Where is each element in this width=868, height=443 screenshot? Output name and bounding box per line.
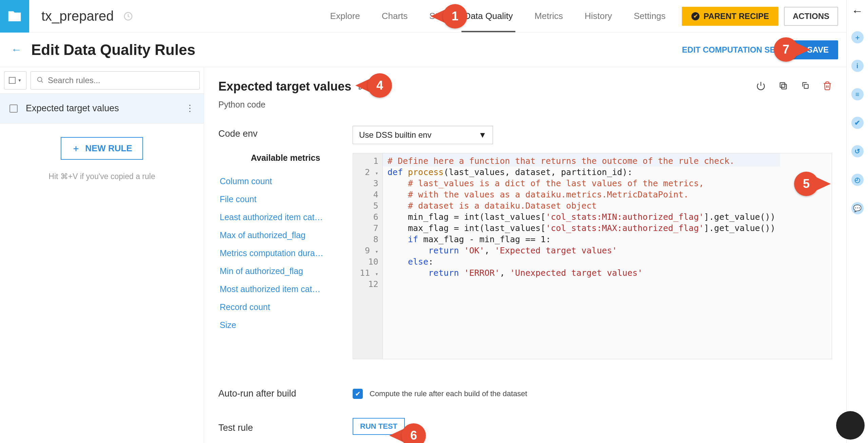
search-rules-input[interactable] <box>48 76 194 85</box>
rule-editor: Expected target values <box>204 67 846 443</box>
tab-data-quality[interactable]: Data Quality <box>464 0 513 32</box>
help-bubble[interactable] <box>836 411 865 440</box>
available-metric-item[interactable]: Max of authorized_flag <box>218 226 353 244</box>
tab-history[interactable]: History <box>585 0 612 32</box>
rail-history-icon[interactable]: ↺ <box>851 145 864 157</box>
rail-add-icon[interactable]: ＋ <box>851 31 864 43</box>
save-button[interactable]: SAVE <box>786 40 838 59</box>
copy-icon[interactable] <box>801 81 810 92</box>
tab-metrics[interactable]: Metrics <box>534 0 563 32</box>
code-env-value: Use DSS builtin env <box>359 130 431 140</box>
duplicate-icon[interactable] <box>778 81 788 92</box>
new-rule-button[interactable]: ＋ NEW RULE <box>61 137 143 160</box>
parent-recipe-button[interactable]: ✔ PARENT RECIPE <box>682 7 778 26</box>
available-metrics-title: Available metrics <box>218 153 353 163</box>
rule-checkbox[interactable] <box>9 104 18 113</box>
svg-point-1 <box>38 77 42 81</box>
page-title: Edit Data Quality Rules <box>31 41 195 58</box>
code-editor[interactable]: 12 ▾3456789 ▾1011 ▾12 # Define here a fu… <box>353 153 832 359</box>
actions-button[interactable]: ACTIONS <box>784 7 838 26</box>
available-metric-item[interactable]: Column count <box>218 172 353 190</box>
available-metric-item[interactable]: Metrics computation dura… <box>218 244 353 262</box>
select-all-dropdown[interactable]: ▼ <box>4 71 26 90</box>
available-metric-item[interactable]: Least authorized item cat… <box>218 208 353 226</box>
search-rules-wrap <box>31 71 200 90</box>
history-icon[interactable] <box>123 11 133 21</box>
parent-recipe-label: PARENT RECIPE <box>704 12 769 21</box>
code-env-select[interactable]: Use DSS builtin env ▼ <box>353 126 493 144</box>
dataset-tabs: Explore Charts Sta Data Quality Metrics … <box>330 0 666 32</box>
rail-info-icon[interactable]: i <box>851 60 864 72</box>
rule-item-menu-icon[interactable]: ⋮ <box>185 103 194 114</box>
tab-charts[interactable]: Charts <box>382 0 408 32</box>
dataset-type-icon[interactable] <box>0 0 29 33</box>
rail-chat-icon[interactable]: 💬 <box>851 202 864 214</box>
rail-check-icon[interactable]: ✔ <box>851 117 864 129</box>
available-metrics-panel: Available metrics Column countFile count… <box>218 153 353 334</box>
tab-settings[interactable]: Settings <box>634 0 666 32</box>
auto-run-label: Auto-run after build <box>218 388 353 399</box>
save-icon <box>795 45 803 55</box>
rule-item-label: Expected target values <box>26 103 177 114</box>
chevron-down-icon: ▼ <box>478 130 487 140</box>
right-rail: ← ＋ i ≡ ✔ ↺ ◴ 💬 <box>846 0 868 443</box>
check-icon: ✔ <box>691 12 699 20</box>
search-icon <box>36 76 44 85</box>
auto-run-desc: Compute the rule after each build of the… <box>370 389 527 398</box>
back-arrow-icon[interactable]: ← <box>11 43 22 56</box>
dataset-name: tx_prepared <box>41 8 114 24</box>
new-rule-label: NEW RULE <box>85 143 132 154</box>
save-label: SAVE <box>807 45 829 55</box>
rail-list-icon[interactable]: ≡ <box>851 88 864 100</box>
available-metric-item[interactable]: Most authorized item cat… <box>218 280 353 298</box>
rules-sidebar: ▼ Expected target values ⋮ <box>0 67 204 443</box>
auto-run-checkbox[interactable]: ✔ <box>353 389 363 399</box>
rail-clock-icon[interactable]: ◴ <box>851 174 864 186</box>
rule-title: Expected target values <box>218 79 351 94</box>
paste-hint: Hit ⌘+V if you've copied a rule <box>48 172 155 181</box>
top-header: tx_prepared Explore Charts Sta Data Qual… <box>0 0 846 33</box>
power-icon[interactable] <box>756 81 766 92</box>
svg-rect-4 <box>782 84 786 89</box>
rail-back-icon[interactable]: ← <box>852 7 863 15</box>
test-rule-label: Test rule <box>218 420 353 433</box>
tab-explore[interactable]: Explore <box>330 0 360 32</box>
rule-subtype: Python code <box>218 100 832 110</box>
edit-title-icon[interactable] <box>358 81 367 92</box>
plus-icon: ＋ <box>72 142 80 154</box>
available-metric-item[interactable]: Size <box>218 316 353 334</box>
available-metric-item[interactable]: Min of authorized_flag <box>218 262 353 280</box>
available-metric-item[interactable]: Record count <box>218 298 353 316</box>
svg-line-2 <box>41 81 43 82</box>
svg-rect-6 <box>804 84 808 89</box>
available-metric-item[interactable]: File count <box>218 190 353 208</box>
svg-rect-5 <box>780 83 785 88</box>
edit-computation-settings-link[interactable]: EDIT COMPUTATION SE <box>682 45 775 55</box>
code-env-label: Code env <box>218 126 353 139</box>
run-test-button[interactable]: RUN TEST <box>353 418 405 435</box>
tab-statistics[interactable]: Sta <box>429 0 442 32</box>
rule-list-item[interactable]: Expected target values ⋮ <box>0 94 204 123</box>
delete-icon[interactable] <box>823 81 832 92</box>
page-header: ← Edit Data Quality Rules EDIT COMPUTATI… <box>0 33 846 67</box>
